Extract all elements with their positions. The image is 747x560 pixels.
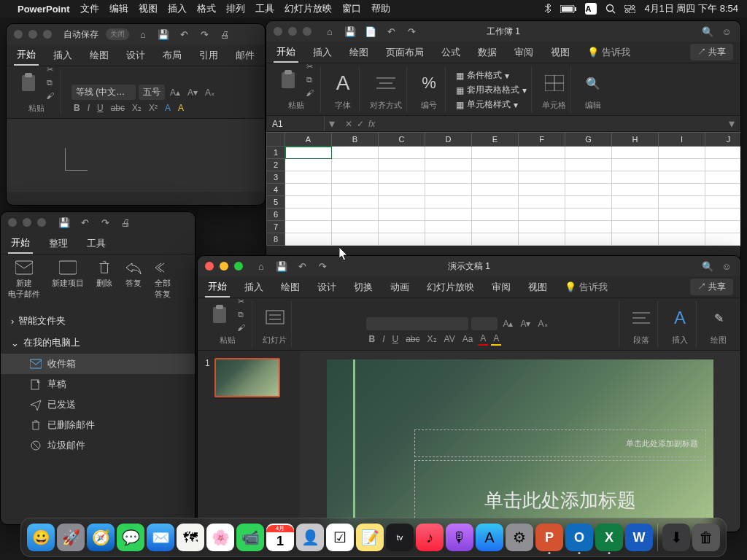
- control-center-icon[interactable]: [624, 5, 635, 13]
- cell[interactable]: [659, 233, 705, 246]
- cell[interactable]: [612, 171, 659, 184]
- thumbnail-panel[interactable]: 1: [198, 351, 300, 532]
- deleted-folder[interactable]: 已删除邮件: [1, 415, 195, 435]
- row-header[interactable]: 7: [266, 221, 285, 233]
- strike-button[interactable]: abc: [109, 102, 127, 114]
- paste-icon[interactable]: [17, 69, 40, 96]
- undo-icon[interactable]: ↶: [78, 216, 91, 229]
- cell[interactable]: [659, 147, 705, 159]
- cell[interactable]: [332, 171, 379, 184]
- draw-icon[interactable]: ✎: [707, 305, 730, 331]
- cell[interactable]: [425, 159, 472, 171]
- tab-insert[interactable]: 插入: [241, 278, 266, 297]
- col-header[interactable]: I: [659, 132, 705, 147]
- cell[interactable]: [425, 184, 472, 196]
- cell[interactable]: [519, 159, 565, 171]
- bluetooth-icon[interactable]: [544, 4, 551, 14]
- dock-powerpoint[interactable]: P: [535, 524, 563, 551]
- template-icon[interactable]: 📄: [364, 25, 377, 38]
- paste-icon[interactable]: [276, 66, 300, 93]
- cell[interactable]: [519, 209, 565, 221]
- case-button[interactable]: Aa: [460, 333, 476, 345]
- drafts-folder[interactable]: 草稿: [1, 374, 195, 394]
- format-painter-icon[interactable]: 🖌: [43, 90, 56, 101]
- dock-mail[interactable]: ✉️: [147, 524, 174, 551]
- highlight-button[interactable]: A: [176, 102, 186, 114]
- tab-tools[interactable]: 工具: [84, 234, 109, 253]
- clock[interactable]: 4月1日 周四 下午 8:54: [644, 2, 738, 15]
- row-header[interactable]: 1: [266, 147, 285, 159]
- expand-icon[interactable]: ▾: [723, 117, 740, 131]
- print-icon[interactable]: 🖨: [119, 216, 132, 229]
- cell[interactable]: [332, 184, 379, 196]
- name-box[interactable]: A1: [266, 116, 325, 131]
- dock-word[interactable]: W: [625, 524, 653, 551]
- col-header[interactable]: J: [705, 132, 741, 147]
- titlebar[interactable]: 自动保存 关闭 ⌂ 💾 ↶ ↷ 🖨: [7, 24, 265, 44]
- cell[interactable]: [472, 196, 519, 209]
- find-icon[interactable]: 🔍: [581, 70, 605, 96]
- home-icon[interactable]: ⌂: [136, 28, 150, 41]
- copy-icon[interactable]: ⧉: [234, 308, 247, 320]
- cell[interactable]: [285, 159, 332, 171]
- italic-button[interactable]: I: [85, 102, 92, 114]
- account-icon[interactable]: ☺: [720, 260, 733, 273]
- save-icon[interactable]: 💾: [157, 28, 170, 41]
- cut-icon[interactable]: ✂: [303, 61, 316, 72]
- cell[interactable]: [519, 171, 565, 184]
- tab-formulas[interactable]: 公式: [438, 43, 463, 62]
- menu-slideshow[interactable]: 幻灯片放映: [285, 2, 332, 15]
- dock-trash[interactable]: 🗑: [692, 524, 720, 551]
- col-header[interactable]: F: [519, 132, 565, 147]
- tab-layout[interactable]: 页面布局: [383, 43, 427, 62]
- dock-podcasts[interactable]: 🎙: [446, 524, 473, 551]
- dock-safari[interactable]: 🧭: [87, 524, 115, 551]
- text-effects-button[interactable]: A: [163, 102, 173, 114]
- copy-icon[interactable]: ⧉: [303, 74, 316, 85]
- cell[interactable]: [472, 171, 519, 184]
- bold-button[interactable]: B: [366, 333, 377, 345]
- local-header[interactable]: ⌄在我的电脑上: [1, 332, 195, 354]
- tab-mail[interactable]: 邮件: [233, 46, 258, 65]
- size-combo[interactable]: [471, 317, 498, 330]
- home-icon[interactable]: ⌂: [255, 260, 268, 273]
- ime-icon[interactable]: A: [585, 3, 597, 15]
- bold-button[interactable]: B: [71, 102, 82, 114]
- cell[interactable]: [472, 209, 519, 221]
- cell[interactable]: [612, 159, 659, 171]
- row-header[interactable]: 8: [266, 233, 285, 246]
- dock-preferences[interactable]: ⚙: [506, 524, 533, 551]
- col-header[interactable]: A: [285, 132, 332, 147]
- grow-icon[interactable]: A▴: [168, 87, 182, 98]
- tab-design[interactable]: 设计: [314, 278, 339, 297]
- cell[interactable]: [612, 233, 659, 246]
- col-header[interactable]: G: [565, 132, 612, 147]
- tab-slideshow[interactable]: 幻灯片放映: [424, 278, 477, 297]
- tab-review[interactable]: 审阅: [511, 43, 536, 62]
- cell[interactable]: [565, 159, 612, 171]
- cell[interactable]: [612, 147, 659, 159]
- cancel-icon[interactable]: ✕: [345, 119, 352, 129]
- redo-icon[interactable]: ↷: [198, 28, 211, 41]
- zoom-button[interactable]: [234, 262, 243, 271]
- slide-canvas[interactable]: 单击此处添加副标题 单击此处添加标题: [300, 351, 740, 532]
- insert-icon[interactable]: A: [668, 305, 692, 331]
- cell[interactable]: [332, 196, 379, 209]
- cell[interactable]: [565, 184, 612, 196]
- dock-photos[interactable]: 🌸: [206, 524, 234, 551]
- cell[interactable]: [379, 184, 425, 196]
- cell-styles-button[interactable]: ▦ 单元格样式 ▾: [456, 98, 527, 111]
- new-email-button[interactable]: 新建 电子邮件: [8, 260, 40, 300]
- home-icon[interactable]: ⌂: [323, 25, 336, 38]
- cell[interactable]: [379, 159, 425, 171]
- cell[interactable]: [285, 147, 332, 159]
- cell[interactable]: [659, 184, 705, 196]
- highlight-button[interactable]: A: [491, 332, 501, 346]
- percent-icon[interactable]: %: [417, 70, 441, 96]
- dock-downloads[interactable]: ⬇: [662, 524, 690, 551]
- tab-animations[interactable]: 动画: [387, 278, 412, 297]
- tab-review[interactable]: 审阅: [489, 278, 514, 297]
- italic-button[interactable]: I: [380, 333, 387, 345]
- cell[interactable]: [379, 221, 425, 233]
- search-icon[interactable]: 🔍: [701, 260, 714, 273]
